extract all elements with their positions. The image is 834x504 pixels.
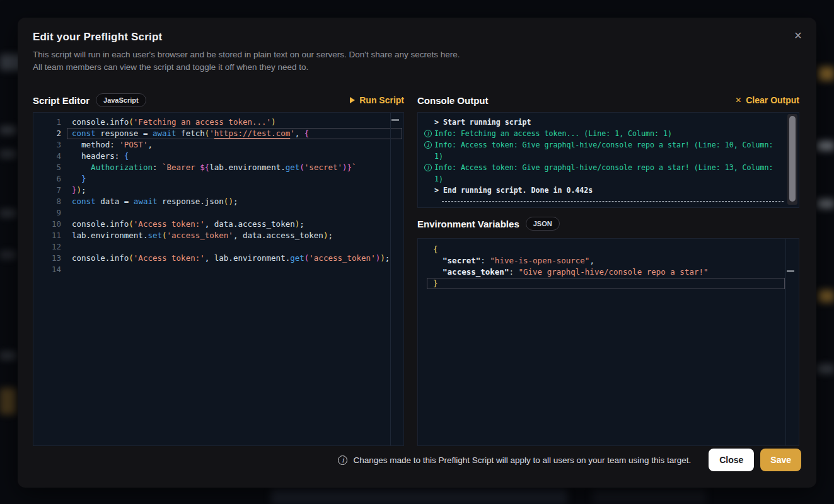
line-number: 6 <box>33 173 61 185</box>
console-line: iInfo: Fetching an access token... (Line… <box>422 128 799 139</box>
console-lines: > Start running scriptiInfo: Fetching an… <box>422 117 799 202</box>
code-line[interactable]: 9 <box>33 207 403 219</box>
line-number: 1 <box>33 117 61 128</box>
code-line[interactable]: 13console.info('Access token:', lab.envi… <box>33 253 403 264</box>
code-line[interactable]: 3 method: 'POST', <box>33 139 403 151</box>
script-editor-code[interactable]: 1console.info('Fetching an access token.… <box>33 112 404 446</box>
clear-icon: ✕ <box>735 96 741 105</box>
script-editor-title: Script Editor <box>33 95 90 106</box>
overview-ruler <box>390 113 391 445</box>
script-editor-panel: Script Editor JavaScript Run Script 1con… <box>33 88 404 446</box>
info-icon: i <box>424 130 432 137</box>
modal-description-line2: All team members can view the script and… <box>33 61 460 74</box>
modal-title: Edit your Preflight Script <box>33 31 162 43</box>
line-number: 14 <box>33 264 61 275</box>
env-json-line[interactable]: } <box>427 278 785 289</box>
code-line[interactable]: 6 } <box>33 173 403 185</box>
console-line: > End running script. Done in 0.442s <box>422 185 799 196</box>
console-output-title: Console Output <box>417 95 489 106</box>
code-line[interactable]: 1console.info('Fetching an access token.… <box>33 117 403 128</box>
run-script-button[interactable]: Run Script <box>350 95 404 105</box>
line-number: 7 <box>33 185 61 196</box>
console-line: iInfo: Access token: Give graphql-hive/c… <box>422 162 799 185</box>
env-overview-ruler-cursor-mark <box>787 270 794 272</box>
overview-ruler-cursor-mark <box>391 119 399 121</box>
line-number: 13 <box>33 253 61 264</box>
line-number: 2 <box>33 128 61 139</box>
clear-output-label: Clear Output <box>746 95 799 105</box>
console-separator <box>442 201 784 202</box>
code-line[interactable]: 11lab.environment.set('access_token', da… <box>33 230 403 241</box>
line-number: 4 <box>33 151 61 162</box>
code-line[interactable]: 2const response = await fetch('https://t… <box>33 128 403 139</box>
line-number: 12 <box>33 241 61 253</box>
line-number: 11 <box>33 230 61 241</box>
env-json-line[interactable]: "access_token": "Give graphql-hive/conso… <box>427 266 785 278</box>
language-badge: JavaScript <box>96 93 146 107</box>
footer-note: i Changes made to this Preflight Script … <box>338 455 691 465</box>
modal-description-line1: This script will run in each user's brow… <box>33 49 460 61</box>
console-scrollbar-thumb[interactable] <box>789 116 796 202</box>
line-number: 9 <box>33 207 61 219</box>
console-line: > Start running script <box>422 117 799 128</box>
footer-note-text: Changes made to this Preflight Script wi… <box>353 455 691 465</box>
code-line[interactable]: 5 Authorization: `Bearer ${lab.environme… <box>33 162 403 173</box>
line-number: 3 <box>33 139 61 151</box>
info-icon: i <box>424 141 432 149</box>
env-json-line[interactable]: "secret": "hive-is-open-source", <box>427 255 785 266</box>
code-line[interactable]: 12 <box>33 241 403 253</box>
console-line: iInfo: Access token: Give graphql-hive/c… <box>422 139 799 162</box>
env-json-line[interactable]: { <box>427 244 785 255</box>
info-icon: i <box>338 455 347 465</box>
environment-variables-editor[interactable]: { "secret": "hive-is-open-source", "acce… <box>417 238 799 446</box>
info-icon: i <box>424 164 432 171</box>
run-script-label: Run Script <box>359 95 404 105</box>
environment-variables-title: Environment Variables <box>417 219 519 229</box>
code-line[interactable]: 7}); <box>33 185 403 196</box>
code-line[interactable]: 8const data = await response.json(); <box>33 196 403 207</box>
line-number: 10 <box>33 219 61 230</box>
console-scrollbar <box>787 114 797 205</box>
code-line[interactable]: 4 headers: { <box>33 151 403 162</box>
code-line[interactable]: 14 <box>33 264 403 275</box>
clear-output-button[interactable]: ✕ Clear Output <box>735 95 799 105</box>
console-output-body: > Start running scriptiInfo: Fetching an… <box>417 112 799 208</box>
play-icon <box>350 97 355 103</box>
code-line[interactable]: 10console.info('Access token:', data.acc… <box>33 219 403 230</box>
close-button[interactable]: Close <box>709 449 754 471</box>
json-badge: JSON <box>526 217 560 231</box>
preflight-script-modal: ✕ Edit your Preflight Script This script… <box>18 18 816 488</box>
line-number: 5 <box>33 162 61 173</box>
env-overview-ruler <box>785 239 786 445</box>
line-number: 8 <box>33 196 61 207</box>
right-panel: Console Output ✕ Clear Output > Start ru… <box>417 88 799 446</box>
close-icon[interactable]: ✕ <box>790 28 806 44</box>
modal-description: This script will run in each user's brow… <box>33 49 460 74</box>
save-button[interactable]: Save <box>760 449 801 471</box>
modal-footer: i Changes made to this Preflight Script … <box>33 449 801 471</box>
